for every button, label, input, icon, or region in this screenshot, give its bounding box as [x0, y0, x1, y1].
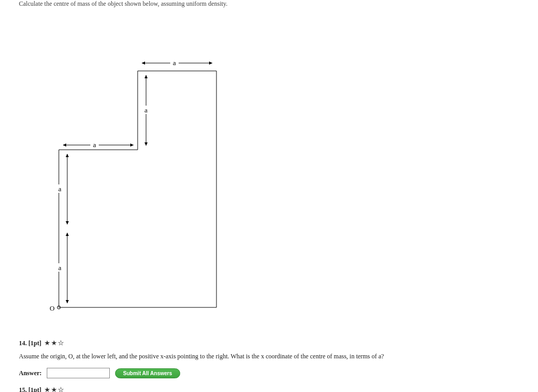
q15-difficulty-stars: ★★☆ — [44, 386, 65, 392]
answer-input-q14[interactable] — [47, 368, 110, 378]
q14-number: 14. [1pt] — [19, 339, 43, 347]
q14-difficulty-stars: ★★☆ — [44, 339, 65, 347]
dim-label-a-upper: a — [144, 106, 148, 114]
figure-diagram: a a a a a O — [38, 39, 248, 318]
question-14: 14. [1pt] ★★☆ Assume the origin, O, at t… — [19, 339, 519, 378]
dim-label-a-left2: a — [58, 264, 61, 272]
dim-label-a-step: a — [93, 141, 96, 149]
submit-all-answers-button[interactable]: Submit All Answers — [115, 368, 180, 378]
question-15: 15. [1pt] ★★☆ If the positive y-axis poi… — [19, 386, 519, 392]
answer-label: Answer: — [19, 369, 42, 377]
intro-text: Calculate the centre of mass of the obje… — [19, 0, 519, 8]
q14-text: Assume the origin, O, at the lower left,… — [19, 353, 519, 360]
q15-number: 15. [1pt] — [19, 386, 43, 392]
dim-label-a-left1: a — [58, 185, 61, 193]
origin-label: O — [50, 304, 55, 312]
dim-label-a-top: a — [173, 59, 176, 67]
